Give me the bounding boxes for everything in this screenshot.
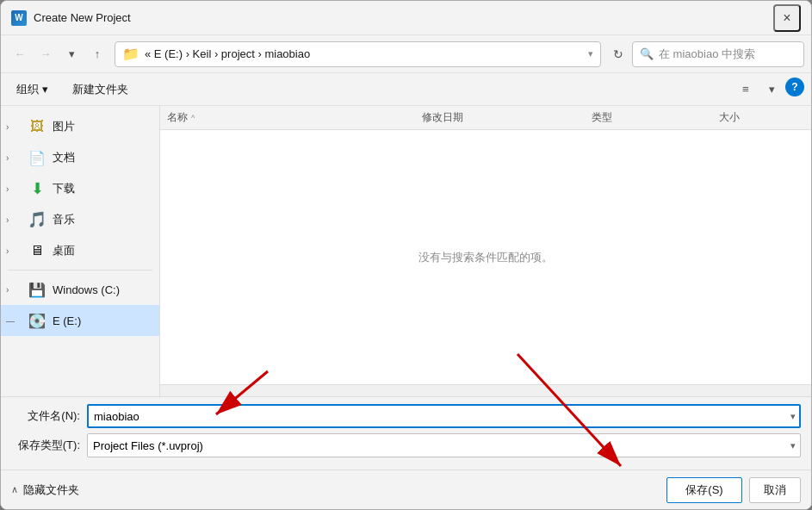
filename-row: 文件名(N): ▾ [11,404,801,428]
col-date-header: 修改日期 [422,110,592,125]
sidebar-item-drive-e-label: E (E:) [53,314,81,327]
filetype-label: 保存类型(T): [11,438,80,453]
new-folder-button[interactable]: 新建文件夹 [64,78,137,102]
sidebar-item-downloads[interactable]: › ⬇ 下载 [1,173,159,204]
search-placeholder: 在 miaobiao 中搜索 [659,47,755,62]
empty-message: 没有与搜索条件匹配的项。 [418,250,553,265]
expand-arrow-icon: › [6,285,18,295]
toggle-hidden-folder[interactable]: ∧ 隐藏文件夹 [11,482,79,498]
form-area: 文件名(N): ▾ 保存类型(T): Project Files (*.uvpr… [1,396,811,470]
bottom-buttons: 保存(S) 取消 [666,477,801,503]
forward-button[interactable]: → [34,42,58,66]
col-type-header: 类型 [592,110,719,125]
file-list: 没有与搜索条件匹配的项。 [160,130,811,384]
windows-drive-icon: 💾 [28,281,46,298]
sidebar-item-pictures-label: 图片 [53,119,75,134]
action-bar: 组织 ▾ 新建文件夹 ≡ ▾ ? [1,73,811,106]
create-project-dialog: W Create New Project × ← → ▾ ↑ 📁 « E (E:… [0,0,812,510]
nav-dropdown-button[interactable]: ▾ [59,42,84,66]
music-icon: 🎵 [28,211,46,228]
sidebar-item-downloads-label: 下载 [53,181,75,196]
sidebar-item-pictures[interactable]: › 🖼 图片 [1,111,159,142]
save-button[interactable]: 保存(S) [666,477,742,503]
path-text: « E (E:) › Keil › project › miaobiao [145,47,585,60]
pictures-icon: 🖼 [28,118,46,135]
view-dropdown-button[interactable]: ▾ [759,78,784,102]
search-icon: 🔍 [640,47,654,60]
expand-arrow-icon: › [6,246,18,256]
help-icon: ? [791,81,797,93]
help-button[interactable]: ? [785,78,804,96]
search-bar[interactable]: 🔍 在 miaobiao 中搜索 [632,41,804,67]
filename-label: 文件名(N): [11,408,80,424]
download-icon: ⬇ [28,180,46,197]
organize-button[interactable]: 组织 ▾ [8,78,57,102]
close-button[interactable]: × [773,4,801,32]
filetype-select-wrap: Project Files (*.uvproj) ▾ [87,433,801,457]
docs-icon: 📄 [28,149,46,166]
sidebar-item-music-label: 音乐 [53,212,75,227]
file-area: 名称 ^ 修改日期 类型 大小 没有与搜索条件匹配的项。 [160,106,811,396]
sidebar-separator [8,270,152,271]
drive-e-icon: 💽 [28,312,46,329]
path-bar[interactable]: 📁 « E (E:) › Keil › project › miaobiao ▾ [115,41,601,67]
toggle-hidden-label: 隐藏文件夹 [23,482,79,498]
folder-icon: 📁 [122,46,139,62]
expand-arrow-icon: — [6,316,18,326]
sidebar-item-desktop-label: 桌面 [53,243,75,258]
content-area: › 🖼 图片 › 📄 文档 › ⬇ 下载 › 🎵 音乐 [1,106,811,396]
expand-arrow-icon: › [6,184,18,194]
view-icon: ≡ [742,83,749,96]
back-button[interactable]: ← [8,42,32,66]
view-button[interactable]: ≡ [734,78,758,102]
view-dropdown-icon: ▾ [769,83,775,96]
app-icon: W [11,10,27,26]
expand-arrow-icon: › [6,215,18,225]
organize-chevron-icon: ▾ [42,83,48,96]
sidebar-item-drive-e[interactable]: — 💽 E (E:) [1,305,159,336]
up-button[interactable]: ↑ [85,42,109,66]
bottom-bar: ∧ 隐藏文件夹 保存(S) 取消 [1,470,811,509]
sidebar-item-docs[interactable]: › 📄 文档 [1,142,159,173]
filetype-select[interactable]: Project Files (*.uvproj) [87,433,801,457]
sidebar-item-docs-label: 文档 [53,150,75,165]
sidebar: › 🖼 图片 › 📄 文档 › ⬇ 下载 › 🎵 音乐 [1,106,160,396]
cancel-button[interactable]: 取消 [749,477,801,503]
filename-input[interactable] [87,404,801,428]
path-chevron-icon: ▾ [588,48,593,59]
toggle-arrow-icon: ∧ [11,484,18,495]
sidebar-item-windows-c-label: Windows (C:) [53,283,120,296]
organize-label: 组织 [16,82,39,97]
horizontal-scrollbar[interactable] [160,384,811,396]
file-header: 名称 ^ 修改日期 类型 大小 [160,106,811,130]
sidebar-item-desktop[interactable]: › 🖥 桌面 [1,235,159,266]
desktop-icon: 🖥 [28,242,46,259]
new-folder-label: 新建文件夹 [72,82,128,97]
dialog-title: Create New Project [34,11,773,24]
filetype-row: 保存类型(T): Project Files (*.uvproj) ▾ [11,433,801,457]
sort-icon: ^ [191,114,195,122]
expand-arrow-icon: › [6,153,18,163]
expand-arrow-icon: › [6,122,18,132]
sidebar-item-windows-c[interactable]: › 💾 Windows (C:) [1,274,159,305]
nav-bar: ← → ▾ ↑ 📁 « E (E:) › Keil › project › mi… [1,35,811,73]
col-name-header: 名称 ^ [167,110,422,125]
refresh-button[interactable]: ↻ [606,42,630,66]
title-bar: W Create New Project × [1,1,811,35]
sidebar-item-music[interactable]: › 🎵 音乐 [1,204,159,235]
col-size-header: 大小 [719,110,804,125]
filename-input-wrap: ▾ [87,404,801,428]
